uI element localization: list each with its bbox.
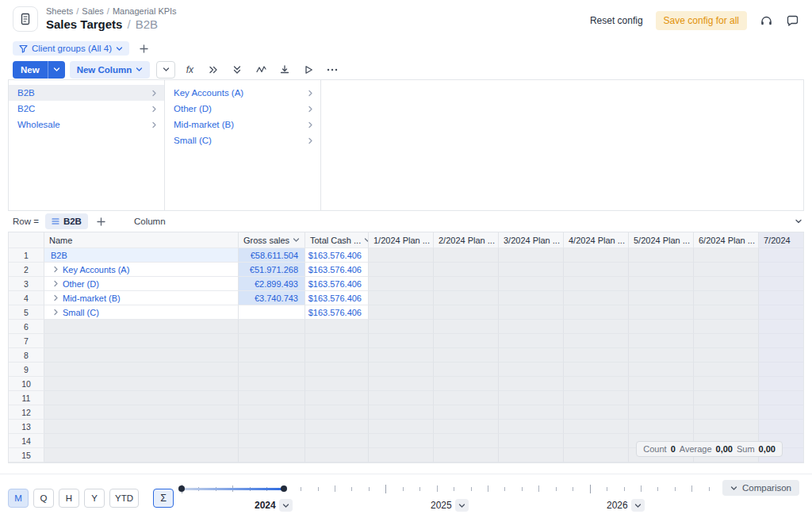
cell-total-cash[interactable]: $163.576.406 (305, 263, 369, 277)
cell-month-plan[interactable] (759, 391, 804, 405)
cell-month-plan[interactable] (759, 348, 804, 363)
cell-month-plan[interactable] (499, 420, 564, 434)
row-number[interactable]: 15 (9, 448, 44, 462)
cell-month-plan[interactable] (759, 263, 804, 277)
cell-gross-sales[interactable] (239, 448, 305, 462)
row-number[interactable]: 10 (9, 377, 44, 391)
cell-month-plan[interactable] (434, 248, 499, 263)
cell-name[interactable]: B2B (44, 248, 239, 263)
row-number[interactable]: 9 (9, 363, 44, 377)
row-number[interactable]: 1 (9, 248, 44, 263)
cell-month-plan[interactable] (369, 363, 434, 377)
cell-month-plan[interactable] (434, 434, 499, 448)
timeline-handle-end[interactable] (281, 485, 287, 492)
cell-month-plan[interactable] (434, 377, 499, 391)
support-headset-icon[interactable] (760, 14, 773, 28)
cell-gross-sales[interactable] (239, 405, 305, 420)
year-dropdown-button[interactable] (279, 499, 293, 512)
cell-month-plan[interactable] (369, 377, 434, 391)
cell-month-plan[interactable] (369, 263, 434, 277)
cell-month-plan[interactable] (434, 405, 499, 420)
app-logo[interactable] (13, 6, 38, 32)
cell-month-plan[interactable] (564, 434, 629, 448)
cell-gross-sales[interactable]: €2.899.493 (239, 277, 305, 291)
breadcrumb-managerial-kpis[interactable]: Managerial KPIs (113, 6, 177, 16)
cell-month-plan[interactable] (499, 291, 564, 305)
cell-gross-sales[interactable] (239, 363, 305, 377)
cell-name[interactable]: Key Accounts (A) (44, 263, 239, 277)
breadcrumb-sheets[interactable]: Sheets (46, 6, 73, 16)
download-button[interactable] (275, 61, 294, 79)
cell-month-plan[interactable] (564, 348, 629, 363)
cell-total-cash[interactable] (305, 448, 369, 462)
more-button[interactable] (323, 61, 342, 79)
cell-month-plan[interactable] (694, 305, 759, 320)
cell-month-plan[interactable] (629, 291, 694, 305)
cell-month-plan[interactable] (434, 305, 499, 320)
cell-month-plan[interactable] (694, 291, 759, 305)
cell-month-plan[interactable] (499, 248, 564, 263)
cell-month-plan[interactable] (629, 248, 694, 263)
cell-name[interactable] (44, 420, 239, 434)
explorer-item[interactable]: B2B (9, 85, 164, 101)
cell-month-plan[interactable] (369, 391, 434, 405)
cell-month-plan[interactable] (629, 348, 694, 363)
trend-button[interactable] (251, 61, 270, 79)
row-number[interactable]: 5 (9, 305, 44, 320)
cell-month-plan[interactable] (499, 334, 564, 348)
cell-month-plan[interactable] (629, 391, 694, 405)
cell-name[interactable] (44, 348, 239, 363)
cell-month-plan[interactable] (369, 291, 434, 305)
cell-month-plan[interactable] (434, 334, 499, 348)
cell-name[interactable]: Other (D) (44, 277, 239, 291)
cell-month-plan[interactable] (369, 320, 434, 334)
cell-month-plan[interactable] (369, 277, 434, 291)
cell-month-plan[interactable] (434, 277, 499, 291)
period-q-button[interactable]: Q (33, 489, 54, 508)
cell-month-plan[interactable] (694, 263, 759, 277)
cell-month-plan[interactable] (694, 363, 759, 377)
row-dimension-chip[interactable]: B2B (45, 213, 88, 229)
add-row-dimension-button[interactable] (94, 214, 109, 228)
row-number[interactable]: 13 (9, 420, 44, 434)
cell-month-plan[interactable] (564, 334, 629, 348)
cell-total-cash[interactable] (305, 334, 369, 348)
cell-gross-sales[interactable] (239, 320, 305, 334)
cell-month-plan[interactable] (499, 448, 564, 462)
cell-name[interactable] (44, 448, 239, 462)
cell-gross-sales[interactable] (239, 434, 305, 448)
cell-month-plan[interactable] (499, 391, 564, 405)
cell-month-plan[interactable] (369, 305, 434, 320)
client-groups-filter-chip[interactable]: Client groups (All 4) (13, 41, 129, 56)
cell-month-plan[interactable] (759, 420, 804, 434)
period-h-button[interactable]: H (59, 489, 79, 508)
cell-month-plan[interactable] (434, 363, 499, 377)
explorer-item[interactable]: Key Accounts (A) (165, 85, 320, 101)
cell-month-plan[interactable] (564, 391, 629, 405)
cell-gross-sales[interactable] (239, 420, 305, 434)
cell-month-plan[interactable] (694, 334, 759, 348)
cell-month-plan[interactable] (564, 305, 629, 320)
comparison-button[interactable]: Comparison (722, 480, 799, 496)
cell-month-plan[interactable] (629, 363, 694, 377)
expand-columns-button[interactable] (204, 61, 223, 79)
explorer-item[interactable]: Other (D) (165, 101, 320, 117)
column-header[interactable]: Total Cash ... (305, 232, 369, 248)
cell-total-cash[interactable]: $163.576.406 (305, 248, 369, 263)
row-number[interactable]: 12 (9, 405, 44, 420)
add-filter-button[interactable] (137, 41, 151, 56)
cell-total-cash[interactable]: $163.576.406 (305, 291, 369, 305)
cell-name[interactable] (44, 391, 239, 405)
run-button[interactable] (299, 61, 318, 79)
cell-total-cash[interactable] (305, 434, 369, 448)
column-header[interactable]: Gross sales (239, 232, 305, 248)
explorer-item[interactable]: Wholesale (9, 117, 164, 132)
cell-month-plan[interactable] (629, 305, 694, 320)
cell-month-plan[interactable] (629, 377, 694, 391)
cell-month-plan[interactable] (434, 348, 499, 363)
column-type-dropdown-button[interactable] (156, 61, 175, 79)
cell-month-plan[interactable] (434, 391, 499, 405)
cell-gross-sales[interactable] (239, 305, 305, 320)
save-config-for-all-button[interactable]: Save config for all (656, 11, 747, 30)
column-header[interactable]: 5/2024 Plan ... (629, 232, 694, 248)
